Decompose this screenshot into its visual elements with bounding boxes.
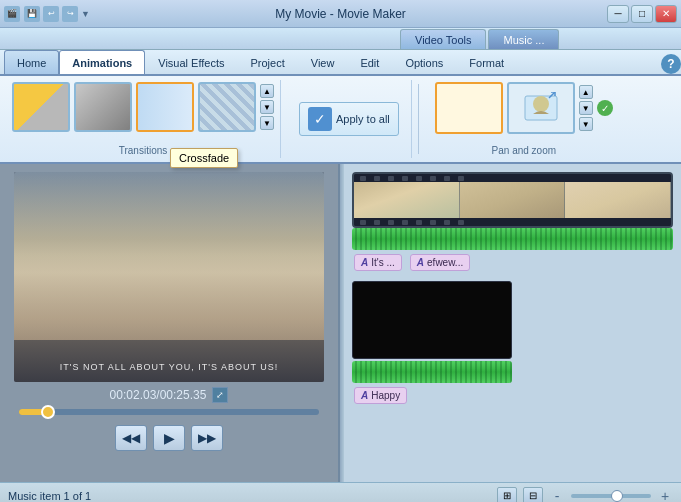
title-bar-left: 🎬 💾 ↩ ↪ ▼ xyxy=(4,6,90,22)
pan-zoom-label: Pan and zoom xyxy=(492,145,557,156)
transitions-scroll: ▲ ▼ ▼ xyxy=(260,83,274,131)
ribbon-divider xyxy=(418,84,419,154)
audio-marker-icon-2: A xyxy=(417,257,424,268)
video-track-2: A Happy xyxy=(352,281,673,406)
playback-controls: ◀◀ ▶ ▶▶ xyxy=(115,425,223,451)
maximize-button[interactable]: □ xyxy=(631,5,653,23)
pan-zoom-group: ▲ ▼ ▼ ✓ Pan and zoom xyxy=(425,80,623,158)
sprocket-hole xyxy=(416,220,422,225)
sprocket-hole xyxy=(360,220,366,225)
video-caption: IT'S NOT ALL ABOUT YOU, IT'S ABOUT US! xyxy=(14,362,324,372)
pan-zoom-scroll: ▲ ▼ ▼ xyxy=(579,84,593,132)
filmstrip xyxy=(352,172,673,228)
close-button[interactable]: ✕ xyxy=(655,5,677,23)
zoom-thumb[interactable] xyxy=(611,490,623,502)
window-title: My Movie - Movie Maker xyxy=(275,7,406,21)
film-sprockets-top xyxy=(354,174,671,182)
ribbon-content: ▲ ▼ ▼ Transitions ✓ Apply to all xyxy=(0,76,681,164)
clip-2-text: efwew... xyxy=(427,257,463,268)
redo-quick-icon[interactable]: ↪ xyxy=(62,6,78,22)
sprocket-hole xyxy=(402,176,408,181)
transition-diagonal[interactable] xyxy=(12,82,70,132)
time-current: 00:02.03/00:25.35 xyxy=(110,388,207,402)
expand-preview-button[interactable]: ⤢ xyxy=(212,387,228,403)
transition-checker[interactable] xyxy=(198,82,256,132)
tab-home[interactable]: Home xyxy=(4,50,59,74)
clip-label-2[interactable]: A efwew... xyxy=(410,254,470,271)
transitions-label: Transitions xyxy=(119,145,168,156)
minimize-button[interactable]: ─ xyxy=(607,5,629,23)
save-quick-icon[interactable]: 💾 xyxy=(24,6,40,22)
tab-visual-effects[interactable]: Visual Effects xyxy=(145,50,237,74)
film-frame-3 xyxy=(565,182,671,218)
main-area: IT'S NOT ALL ABOUT YOU, IT'S ABOUT US! 0… xyxy=(0,164,681,482)
pan-zoom-check: ✓ xyxy=(597,100,613,116)
sprocket-hole xyxy=(402,220,408,225)
pan-zoom-still[interactable] xyxy=(435,82,503,134)
pan-zoom-row: ▲ ▼ ▼ ✓ xyxy=(435,82,613,134)
audio-waveform-1 xyxy=(352,228,673,250)
tab-format[interactable]: Format xyxy=(456,50,517,74)
video-overlay xyxy=(14,172,324,382)
zoom-in-button[interactable]: + xyxy=(657,488,673,503)
apply-all-label: Apply to all xyxy=(336,113,390,125)
audio-waveform-2 xyxy=(352,361,512,383)
project-icon-2[interactable]: ⊟ xyxy=(523,487,543,503)
crossfade-preview xyxy=(138,84,192,130)
video-tools-tab[interactable]: Video Tools xyxy=(400,29,486,49)
pz-scroll-up[interactable]: ▲ xyxy=(579,85,593,99)
film-frame-2 xyxy=(460,182,566,218)
seek-track[interactable] xyxy=(55,405,319,419)
video-track-1: A It's ... A efwew... xyxy=(352,172,673,273)
tab-project[interactable]: Project xyxy=(238,50,298,74)
apply-all-button[interactable]: ✓ Apply to all xyxy=(299,102,399,136)
clip-1-text: It's ... xyxy=(371,257,395,268)
audio-marker-icon-3: A xyxy=(361,390,368,401)
status-text: Music item 1 of 1 xyxy=(8,490,91,502)
film-content xyxy=(354,182,671,218)
rewind-button[interactable]: ◀◀ xyxy=(115,425,147,451)
scroll-up-arrow[interactable]: ▲ xyxy=(260,84,274,98)
zoom-slider[interactable] xyxy=(571,494,651,498)
quick-access-dropdown[interactable]: ▼ xyxy=(81,9,90,19)
music-tools-tab[interactable]: Music ... xyxy=(488,29,559,49)
film-frame-1 xyxy=(354,182,460,218)
sprocket-hole xyxy=(360,176,366,181)
video-preview: IT'S NOT ALL ABOUT YOU, IT'S ABOUT US! xyxy=(14,172,324,382)
film-sprockets-bottom xyxy=(354,218,671,226)
tab-view[interactable]: View xyxy=(298,50,348,74)
clip-label-3[interactable]: A Happy xyxy=(354,387,407,404)
transition-crossfade[interactable] xyxy=(136,82,194,132)
sprocket-hole xyxy=(374,176,380,181)
seek-bar[interactable] xyxy=(19,409,319,415)
undo-quick-icon[interactable]: ↩ xyxy=(43,6,59,22)
zoom-animation-preview xyxy=(521,92,561,124)
tab-options[interactable]: Options xyxy=(392,50,456,74)
apply-icon: ✓ xyxy=(308,107,332,131)
pz-scroll-down[interactable]: ▼ xyxy=(579,101,593,115)
fast-forward-button[interactable]: ▶▶ xyxy=(191,425,223,451)
audio-marker-icon: A xyxy=(361,257,368,268)
zoom-out-button[interactable]: - xyxy=(549,488,565,503)
sprocket-hole xyxy=(374,220,380,225)
clip-label-1[interactable]: A It's ... xyxy=(354,254,402,271)
play-button[interactable]: ▶ xyxy=(153,425,185,451)
status-right: ⊞ ⊟ - + xyxy=(497,487,673,503)
sprocket-hole xyxy=(416,176,422,181)
tab-edit[interactable]: Edit xyxy=(347,50,392,74)
pz-scroll-dropdown[interactable]: ▼ xyxy=(579,117,593,131)
sprocket-hole xyxy=(430,176,436,181)
svg-point-1 xyxy=(533,96,549,112)
scroll-dropdown-arrow[interactable]: ▼ xyxy=(260,116,274,130)
sprocket-hole xyxy=(444,220,450,225)
pan-zoom-animated[interactable] xyxy=(507,82,575,134)
project-icon-1[interactable]: ⊞ xyxy=(497,487,517,503)
clip-3-text: Happy xyxy=(371,390,400,401)
tab-animations[interactable]: Animations xyxy=(59,50,145,74)
transition-fade[interactable] xyxy=(74,82,132,132)
crossfade-tooltip: Crossfade xyxy=(170,148,238,168)
scroll-down-arrow[interactable]: ▼ xyxy=(260,100,274,114)
help-button[interactable]: ? xyxy=(661,54,681,74)
transitions-row: ▲ ▼ ▼ xyxy=(12,82,274,132)
seek-thumb[interactable] xyxy=(41,405,55,419)
